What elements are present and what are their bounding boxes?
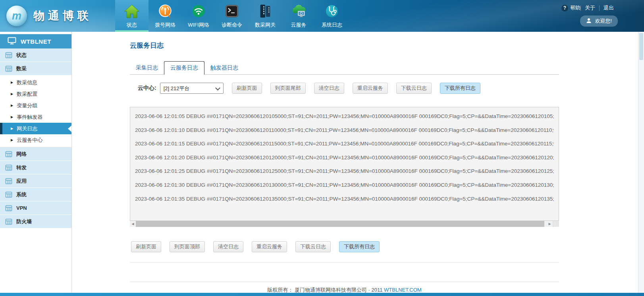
sidebar-item-label: 防火墙: [16, 218, 32, 225]
tab-collection-log[interactable]: 采集日志: [130, 62, 164, 74]
main-area: 云服务日志 采集日志 云服务日志 触发器日志 云中心: [2] 212平台 刷新…: [72, 32, 638, 293]
page-vertical-scrollbar[interactable]: [638, 32, 644, 293]
brand-sphere-icon: m: [6, 6, 27, 26]
top-toolbar: 云中心: [2] 212平台 刷新页面 到页面尾部 清空日志 重启云服务 下载云…: [130, 83, 559, 94]
nav-item-dial-network[interactable]: 拨号网络: [148, 0, 182, 32]
nav-item-diagnostic-command[interactable]: 诊断命令: [215, 0, 249, 32]
nav-label: WIFI网络: [188, 21, 209, 29]
sidebar-item-data-collection[interactable]: 数采: [0, 62, 71, 75]
sidebar-item-label: 数采: [16, 65, 27, 72]
sidebar-item-label: 状态: [16, 52, 27, 59]
table-icon: [5, 218, 12, 225]
welcome-button[interactable]: 欢迎您!: [580, 15, 618, 27]
sidebar-item-label: 数采信息: [17, 79, 37, 86]
sidebar-item-forwarding[interactable]: 转发: [0, 161, 71, 174]
sidebar-item-event-trigger[interactable]: ▶ 事件触发器: [0, 111, 71, 123]
table-icon: [5, 178, 12, 185]
terminal-icon: [224, 3, 239, 19]
download-cloud-log-button-bottom[interactable]: 下载云日志: [295, 241, 331, 252]
table-icon: [5, 191, 12, 198]
about-link[interactable]: 关于: [581, 4, 599, 12]
download-all-logs-button[interactable]: 下载所有日志: [440, 83, 480, 94]
welcome-label: 欢迎您!: [595, 17, 612, 25]
sidebar-item-data-config[interactable]: ▶ 数采配置: [0, 88, 71, 100]
tab-cloud-service-log[interactable]: 云服务日志: [164, 61, 204, 75]
gateway-icon: [258, 3, 273, 19]
table-icon: [5, 164, 12, 171]
refresh-page-button[interactable]: 刷新页面: [232, 83, 262, 94]
arrow-right-icon: ▶: [11, 93, 13, 96]
brand-monogram: m: [12, 10, 21, 22]
scroll-left-icon[interactable]: ◀: [130, 221, 136, 227]
download-all-logs-button-bottom[interactable]: 下载所有日志: [339, 241, 380, 252]
sidebar-item-status[interactable]: 状态: [0, 48, 71, 62]
wtblnet-link[interactable]: WTBLNET.COM: [384, 287, 422, 293]
sidebar-item-label: 网关日志: [17, 125, 37, 132]
wifi-icon: [191, 3, 206, 19]
monitor-icon: [8, 37, 16, 46]
logout-link[interactable]: 退出: [600, 4, 618, 12]
help-label: 帮助: [570, 4, 580, 12]
log-viewer[interactable]: 2023-06-06 12:01:05 DEBUG ##0171QN=20230…: [130, 107, 559, 221]
page-title: 云服务日志: [130, 32, 559, 50]
sidebar-item-label: 事件触发器: [17, 114, 42, 121]
nav-item-cloud-service[interactable]: 云服务: [282, 0, 315, 32]
help-icon: ?: [561, 5, 568, 12]
cloud-center-select-wrap: [2] 212平台: [160, 83, 224, 94]
sidebar-item-cloud-center[interactable]: ▶ 云服务中心: [0, 134, 71, 146]
stethoscope-icon: [324, 3, 339, 19]
nav-item-wifi-network[interactable]: WIFI网络: [182, 0, 215, 32]
copyright-text: 版权所有： 厦门物通博联网络科技有限公司 · 2011: [267, 287, 384, 293]
sidebar-item-system[interactable]: 系统: [0, 188, 71, 201]
log-horizontal-scrollbar[interactable]: ◀ ▶: [130, 221, 559, 227]
nav-label: 状态: [127, 21, 137, 29]
home-icon: [124, 3, 140, 19]
download-cloud-log-button[interactable]: 下载云日志: [396, 83, 432, 94]
scroll-right-icon[interactable]: ▶: [547, 221, 553, 227]
tab-trigger-log[interactable]: 触发器日志: [204, 62, 244, 74]
arrow-right-icon: ▶: [11, 127, 13, 130]
user-icon: [586, 18, 592, 25]
sidebar-device-title: WTBLNET: [0, 34, 71, 48]
help-link[interactable]: ? 帮助: [561, 4, 580, 12]
scrollbar-thumb[interactable]: [639, 33, 643, 60]
nav-item-system-log[interactable]: 系统日志: [315, 0, 349, 32]
sidebar-item-gateway-log[interactable]: ▶ 网关日志: [0, 123, 71, 134]
sidebar-item-application[interactable]: 应用: [0, 174, 71, 188]
page-bottom-bar: [0, 293, 644, 296]
dial-network-icon: [158, 3, 173, 19]
sidebar-item-network[interactable]: 网络: [0, 147, 71, 161]
go-to-page-bottom-button[interactable]: 到页面尾部: [270, 83, 306, 94]
top-nav: 状态 拨号网络: [115, 0, 349, 32]
sidebar-item-vpn[interactable]: VPN: [0, 201, 71, 215]
app-header: m 物通博联 状态: [0, 0, 644, 32]
bottom-toolbar: 刷新页面 到页面顶部 清空日志 重启云服务 下载云日志 下载所有日志: [130, 241, 559, 252]
nav-item-data-gateway[interactable]: 数采网关: [249, 0, 282, 32]
arrow-right-icon: ▶: [11, 116, 13, 119]
scrollbar-thumb[interactable]: [136, 221, 544, 227]
sidebar-item-label: 数采配置: [17, 91, 37, 98]
nav-item-status[interactable]: 状态: [115, 0, 148, 32]
sidebar-item-variable-group[interactable]: ▶ 变量分组: [0, 100, 71, 111]
go-to-page-top-button[interactable]: 到页面顶部: [170, 241, 205, 252]
refresh-page-button-bottom[interactable]: 刷新页面: [131, 241, 161, 252]
nav-label: 诊断命令: [222, 21, 242, 29]
device-name: WTBLNET: [21, 38, 51, 45]
nav-label: 系统日志: [322, 21, 342, 29]
sidebar-item-label: 云服务中心: [17, 137, 42, 144]
cloud-center-select[interactable]: [2] 212平台: [160, 83, 224, 94]
divider: [130, 262, 559, 263]
sidebar-item-data-info[interactable]: ▶ 数采信息: [0, 77, 71, 88]
clear-log-button-bottom[interactable]: 清空日志: [213, 241, 243, 252]
clear-log-button[interactable]: 清空日志: [314, 83, 344, 94]
sidebar-submenu: ▶ 数采信息 ▶ 数采配置 ▶ 变量分组 ▶ 事件触发器 ▶ 网关日志 ▶ 云服…: [0, 75, 71, 147]
sidebar-item-firewall[interactable]: 防火墙: [0, 215, 71, 228]
restart-cloud-service-button-bottom[interactable]: 重启云服务: [252, 241, 287, 252]
sidebar-item-label: 网络: [16, 151, 27, 158]
log-tabs: 采集日志 云服务日志 触发器日志: [130, 62, 559, 75]
restart-cloud-service-button[interactable]: 重启云服务: [353, 83, 388, 94]
sidebar-item-label: VPN: [16, 205, 27, 211]
arrow-right-icon: ▶: [11, 104, 13, 107]
log-line: 2023-06-06 12:01:25 DEBUG ##0171QN=20230…: [135, 164, 554, 178]
sidebar: WTBLNET 状态 数采 ▶ 数采信息 ▶ 数采配置 ▶ 变量分组: [0, 32, 72, 293]
